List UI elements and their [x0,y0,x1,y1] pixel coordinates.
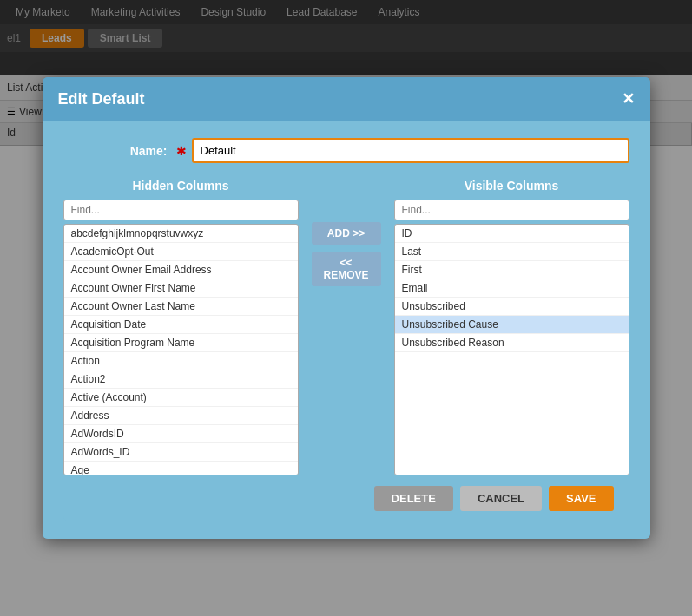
edit-default-modal: Edit Default ✕ Name: ✱ Hidden Columns [43,77,650,539]
name-row: Name: ✱ [63,138,629,163]
modal-header: Edit Default ✕ [43,77,650,121]
add-button[interactable]: ADD >> [312,222,381,245]
list-item[interactable]: Address [64,407,298,425]
list-item[interactable]: Last [395,243,629,261]
list-item[interactable]: Account Owner Email Address [64,261,298,279]
visible-columns-section: Visible Columns ID Last First Email Unsu… [394,179,629,475]
name-label: Name: [63,144,168,158]
delete-button[interactable]: DELETE [374,486,453,511]
list-item[interactable]: Action [64,352,298,370]
modal-body: Name: ✱ Hidden Columns abcdefghijklmnopq… [43,121,650,539]
modal-title: Edit Default [58,90,145,108]
list-item[interactable]: Account Owner Last Name [64,298,298,316]
list-item[interactable]: Unsubscribed Cause [395,316,629,334]
visible-columns-search[interactable] [394,200,629,220]
list-item[interactable]: Unsubscribed Reason [395,334,629,352]
save-button[interactable]: SAVE [549,486,613,511]
visible-columns-title: Visible Columns [394,179,629,193]
visible-columns-list[interactable]: ID Last First Email Unsubscribed Unsubsc… [394,224,629,475]
hidden-columns-section: Hidden Columns abcdefghijklmnopqrstuvwxy… [63,179,299,475]
list-item[interactable]: AdWords_ID [64,443,298,462]
hidden-columns-list[interactable]: abcdefghijklmnopqrstuvwxyz AcademicOpt-O… [63,224,299,475]
cancel-button[interactable]: CANCEL [460,486,542,511]
list-item[interactable]: Email [395,279,629,298]
columns-area: Hidden Columns abcdefghijklmnopqrstuvwxy… [63,179,629,475]
hidden-columns-search[interactable] [63,200,299,220]
name-input[interactable] [192,138,629,163]
list-item[interactable]: First [395,261,629,279]
list-item[interactable]: Acquisition Date [64,316,298,334]
list-item[interactable]: AcademicOpt-Out [64,243,298,261]
list-item[interactable]: Age [64,462,298,475]
required-star: ✱ [176,144,187,158]
list-item[interactable]: Unsubscribed [395,298,629,316]
list-item[interactable]: Acquisition Program Name [64,334,298,352]
list-item[interactable]: ID [395,225,629,243]
page-container: My Marketo Marketing Activities Design S… [0,0,692,616]
hidden-columns-title: Hidden Columns [63,179,299,193]
list-item[interactable]: AdWordsID [64,425,298,443]
remove-button[interactable]: << REMOVE [312,252,381,286]
modal-footer: DELETE CANCEL SAVE [63,475,629,521]
modal-overlay: Edit Default ✕ Name: ✱ Hidden Columns [0,0,692,616]
list-item[interactable]: Account Owner First Name [64,279,298,298]
list-item[interactable]: Active (Account) [64,389,298,407]
list-item[interactable]: Action2 [64,370,298,389]
list-item[interactable]: abcdefghijklmnopqrstuvwxyz [64,225,298,243]
add-remove-buttons: ADD >> << REMOVE [307,179,386,286]
modal-close-button[interactable]: ✕ [622,89,635,108]
